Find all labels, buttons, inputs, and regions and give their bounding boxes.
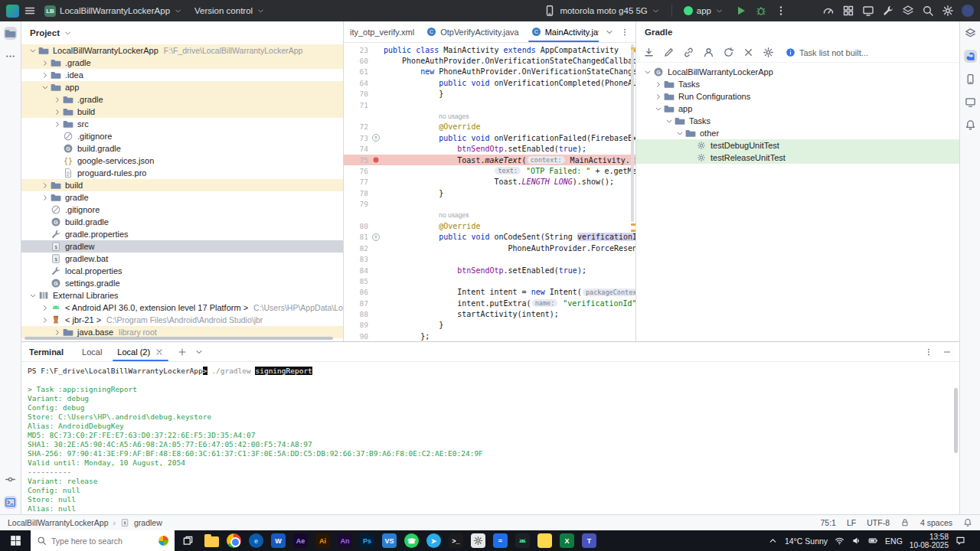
code-line[interactable]: no usages [344, 210, 635, 220]
tray-expand-icon[interactable] [768, 536, 778, 546]
chrome-button[interactable] [223, 530, 245, 551]
code-line[interactable]: 87intent.putExtra(name: "verificationId"… [344, 298, 635, 308]
chevron-right-icon[interactable] [40, 181, 51, 190]
project-widget[interactable]: LB LocalBillWarrantyLockerApp [41, 2, 186, 19]
chevron-right-icon[interactable] [52, 328, 63, 337]
project-tree-row[interactable]: .idea [21, 69, 343, 81]
whatsapp-button[interactable]: ☎ [400, 530, 423, 551]
code-line[interactable]: 81public void onCodeSent(String verifica… [344, 232, 635, 243]
chevron-down-icon[interactable] [642, 68, 653, 77]
gradle-tree-row[interactable]: testReleaseUnitTest [636, 152, 959, 164]
chevron-right-icon[interactable] [40, 59, 51, 67]
wifi-icon[interactable] [835, 536, 844, 546]
code-line[interactable]: 23public class MainActivity extends AppC… [344, 44, 635, 55]
code-line[interactable]: 77Toast.LENGTH_LONG).show(); [344, 177, 635, 187]
device-manager-icon[interactable] [882, 5, 894, 17]
code-line[interactable]: 61new PhoneAuthProvider.OnVerificationSt… [344, 67, 635, 77]
notifications-icon[interactable] [963, 518, 972, 527]
new-terminal-tab-icon[interactable] [178, 347, 187, 357]
caret-position[interactable]: 75:1 [821, 518, 836, 527]
code-line[interactable]: 74btnSendOtp.setEnabled(true); [344, 144, 635, 155]
language-indicator[interactable]: ENG [885, 536, 903, 546]
terminal-tab[interactable]: Local [74, 342, 109, 361]
action-center-icon[interactable] [956, 536, 965, 546]
gradle-tree-row[interactable]: Tasks [636, 78, 959, 90]
chevron-down-icon[interactable] [28, 292, 38, 300]
gradle-tree-row[interactable]: testDebugUnitTest [636, 139, 959, 152]
device-manager-icon[interactable] [964, 73, 977, 86]
project-tree-row[interactable]: Gbuild.gradle [21, 142, 343, 155]
settings-button[interactable] [467, 530, 489, 551]
breadcrumb-project[interactable]: LocalBillWarrantyLockerApp [8, 518, 109, 527]
project-tree-row[interactable]: build [21, 106, 343, 118]
project-tree-row[interactable]: {}google-services.json [21, 155, 343, 167]
gradle-tree-row[interactable]: other [636, 127, 959, 139]
chevron-right-icon[interactable] [52, 96, 63, 104]
close-icon[interactable] [155, 347, 164, 357]
after-effects-button[interactable]: Ae [289, 530, 312, 551]
code-line[interactable]: no usages [344, 110, 635, 121]
task-view-button[interactable] [175, 530, 201, 551]
main-menu-icon[interactable] [24, 5, 36, 17]
chevron-down-icon[interactable] [194, 347, 204, 357]
gradle-tree-row[interactable]: Run Configurations [636, 90, 959, 103]
more-tool-windows-icon[interactable] [4, 50, 17, 63]
weather-widget[interactable]: 14°C Sunny [785, 536, 828, 546]
encoding[interactable]: UTF-8 [867, 518, 890, 527]
edit-icon[interactable] [663, 47, 675, 58]
vscode-button[interactable]: VS [378, 530, 400, 551]
code-line[interactable]: 73public void onVerificationFailed(Fireb… [344, 132, 635, 143]
calculator-button[interactable]: = [489, 530, 511, 551]
file-explorer-button[interactable] [201, 530, 223, 551]
code-line[interactable]: 75Toast.makeText(context: MainActivity.t… [344, 155, 635, 165]
chevron-down-icon[interactable] [653, 105, 664, 113]
code-line[interactable]: 83 [344, 253, 635, 264]
project-tree-row[interactable]: < jbr-21 >C:\Program Files\Android\Andro… [21, 314, 343, 326]
gradle-tree-row[interactable]: app [636, 103, 959, 115]
project-tree-row[interactable]: src [21, 118, 343, 130]
code-line[interactable]: 70} [344, 89, 635, 99]
gradle-settings-icon[interactable] [763, 47, 774, 58]
chevron-down-icon[interactable] [675, 129, 685, 138]
debug-button[interactable] [755, 5, 767, 17]
code-line[interactable]: 60PhoneAuthProvider.OnVerificationStateC… [344, 55, 635, 66]
run-button[interactable] [735, 5, 747, 17]
running-devices-icon[interactable] [964, 96, 977, 109]
chevron-right-icon[interactable] [40, 316, 51, 324]
lock-icon[interactable] [900, 518, 910, 527]
code-line[interactable]: 82PhoneAuthProvider.ForceResendingToken … [344, 243, 635, 253]
code-line[interactable]: 72@Override [344, 122, 635, 132]
project-tree-row[interactable]: proguard-rules.pro [21, 167, 343, 179]
code-line[interactable]: 71 [344, 99, 635, 110]
version-control-tool-icon[interactable] [4, 473, 17, 486]
android-studio-button[interactable] [511, 530, 534, 551]
gradle-tree-row[interactable]: Tasks [636, 115, 959, 127]
terminal-options-icon[interactable] [924, 347, 933, 357]
sticky-notes-button[interactable] [534, 530, 556, 551]
device-selector[interactable]: motorola moto g45 5G [540, 2, 663, 19]
code-line[interactable]: 86Intent intent = new Intent(packageCont… [344, 287, 635, 298]
terminal-tool-icon[interactable] [4, 496, 17, 509]
code-line[interactable]: 64public void onVerificationCompleted(Ph… [344, 77, 635, 88]
editor-tab[interactable]: COtpVerifyActivity.java [420, 21, 525, 42]
run-configuration-selector[interactable]: app [680, 2, 727, 19]
illustrator-button[interactable]: Ai [312, 530, 334, 551]
chevron-right-icon[interactable] [40, 194, 51, 202]
chevron-right-icon[interactable] [653, 80, 664, 89]
gradle-panel-header[interactable]: Gradle [636, 21, 959, 43]
chevron-right-icon[interactable] [52, 120, 63, 129]
breakpoint-icon[interactable] [371, 155, 381, 165]
sync-gradle-icon[interactable] [723, 47, 734, 58]
project-tree-row[interactable]: External Libraries [21, 289, 343, 302]
project-tree-row[interactable]: $gradlew [21, 240, 343, 253]
word-button[interactable]: W [267, 530, 289, 551]
terminal-scrollbar[interactable] [954, 388, 958, 453]
code-line[interactable]: 79 [344, 198, 635, 209]
project-tree-row[interactable]: Gsettings.gradle [21, 277, 343, 289]
code-line[interactable]: 90}; [344, 331, 635, 341]
project-tree-row[interactable]: app [21, 81, 343, 93]
editor-tab[interactable]: CMainActivity.java [525, 21, 599, 42]
gradle-tool-icon[interactable] [964, 50, 977, 63]
code-line[interactable]: 78} [344, 187, 635, 198]
code-line[interactable]: 85 [344, 276, 635, 286]
